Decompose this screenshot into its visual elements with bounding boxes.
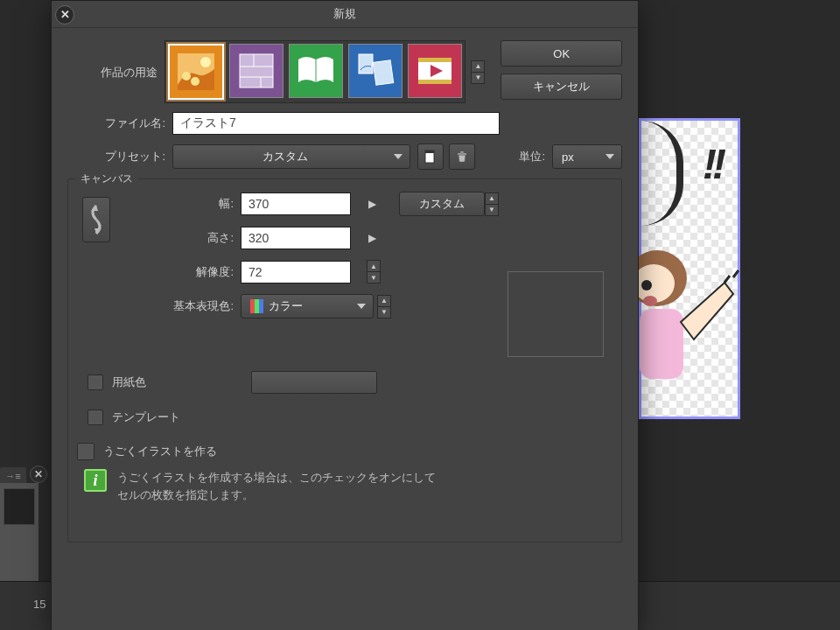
basecolor-dropdown[interactable]: カラー xyxy=(241,294,374,318)
info-icon: i xyxy=(84,469,107,492)
dialog-title: 新規 xyxy=(333,7,356,20)
left-panel xyxy=(0,483,38,581)
moving-illustration-label: うごくイラストを作る xyxy=(103,444,217,459)
paper-color-label: 用紙色 xyxy=(112,374,146,390)
purpose-scroll-spinner: ▲ ▼ xyxy=(471,60,485,84)
basecolor-value: カラー xyxy=(269,298,303,314)
purpose-label: 作品の用途 xyxy=(67,40,164,80)
color-swatch-icon xyxy=(250,299,263,313)
canvas-section: キャンバス 幅: xyxy=(67,178,622,542)
svg-point-6 xyxy=(200,57,211,67)
bg-character xyxy=(633,243,746,418)
chevron-down-icon xyxy=(394,154,402,159)
svg-point-8 xyxy=(191,77,200,86)
preset-delete-button[interactable] xyxy=(449,144,475,170)
basecolor-up[interactable]: ▲ xyxy=(377,295,391,307)
resolution-down[interactable]: ▼ xyxy=(367,272,381,284)
svg-point-3 xyxy=(643,296,657,306)
size-preset-up[interactable]: ▲ xyxy=(485,192,499,205)
svg-point-7 xyxy=(182,72,191,80)
preset-dropdown[interactable]: カスタム xyxy=(172,144,410,169)
resolution-up[interactable]: ▲ xyxy=(367,260,381,272)
purpose-scroll-up[interactable]: ▲ xyxy=(471,60,485,73)
purpose-scroll-down[interactable]: ▼ xyxy=(471,73,485,84)
dialog-titlebar: ✕ 新規 xyxy=(52,1,638,28)
orientation-swap-button[interactable] xyxy=(82,197,110,242)
chevron-down-icon xyxy=(606,154,614,159)
left-panel-tab[interactable]: →≡ xyxy=(0,467,26,485)
svg-rect-18 xyxy=(418,58,452,62)
ok-button[interactable]: OK xyxy=(500,40,622,66)
svg-point-2 xyxy=(641,280,652,290)
svg-rect-9 xyxy=(240,54,273,88)
preset-label: プリセット: xyxy=(67,149,172,164)
width-label: 幅: xyxy=(116,196,241,212)
template-checkbox[interactable] xyxy=(88,410,103,425)
unit-value: px xyxy=(562,150,574,164)
basecolor-down[interactable]: ▼ xyxy=(377,307,391,318)
svg-rect-22 xyxy=(425,150,434,153)
bg-exclamation: !! xyxy=(703,140,722,188)
size-preset-dropdown[interactable]: カスタム xyxy=(399,192,485,216)
purpose-icon-illustration[interactable] xyxy=(168,44,224,100)
svg-rect-16 xyxy=(374,60,394,86)
unit-label: 単位: xyxy=(519,149,552,164)
size-preset-down[interactable]: ▼ xyxy=(485,205,499,216)
filename-input[interactable] xyxy=(172,112,500,135)
unit-dropdown[interactable]: px xyxy=(552,144,622,169)
background-illustration: !! xyxy=(639,118,740,419)
left-panel-thumbnail[interactable] xyxy=(4,488,35,525)
trash-icon xyxy=(455,150,469,164)
canvas-preview xyxy=(508,271,604,357)
paper-color-checkbox[interactable] xyxy=(88,374,103,390)
svg-rect-15 xyxy=(359,54,373,74)
purpose-icon-movie[interactable] xyxy=(408,44,462,98)
purpose-icon-comic[interactable] xyxy=(229,44,284,98)
width-swap-arrow[interactable]: ▶ xyxy=(368,198,376,210)
svg-rect-19 xyxy=(418,80,452,84)
paper-color-swatch[interactable] xyxy=(251,371,377,394)
resolution-label: 解像度: xyxy=(116,264,241,280)
swap-arrows-icon xyxy=(88,204,105,235)
purpose-icon-photo[interactable] xyxy=(348,44,402,98)
size-preset-value: カスタム xyxy=(419,196,465,212)
height-swap-arrow[interactable]: ▶ xyxy=(368,232,376,244)
preset-value: カスタム xyxy=(262,149,308,164)
chevron-down-icon xyxy=(357,304,366,309)
moving-illustration-checkbox[interactable] xyxy=(77,443,94,460)
canvas-section-title: キャンバス xyxy=(75,172,138,186)
bg-curve xyxy=(641,121,683,226)
dialog-close-button[interactable]: ✕ xyxy=(55,5,74,24)
moving-illustration-hint: うごくイラストを作成する場合は、このチェックをオンにして セルの枚数を指定します… xyxy=(117,469,436,503)
left-panel-close-button[interactable]: ✕ xyxy=(30,466,47,483)
page-icon xyxy=(424,150,438,164)
new-document-dialog: ✕ 新規 作品の用途 xyxy=(51,0,639,630)
height-input[interactable] xyxy=(241,227,351,249)
template-label: テンプレート xyxy=(112,410,180,425)
width-input[interactable] xyxy=(241,192,351,215)
svg-rect-4 xyxy=(640,309,683,379)
cancel-button[interactable]: キャンセル xyxy=(500,74,622,100)
filename-label: ファイル名: xyxy=(67,116,172,131)
resolution-input[interactable] xyxy=(241,261,351,284)
purpose-icon-list xyxy=(164,40,466,103)
purpose-icon-book[interactable] xyxy=(289,44,343,98)
height-label: 高さ: xyxy=(116,230,241,246)
basecolor-label: 基本表現色: xyxy=(116,298,241,314)
preset-register-button[interactable] xyxy=(417,144,444,170)
footer-page-number: 15 xyxy=(33,598,46,611)
